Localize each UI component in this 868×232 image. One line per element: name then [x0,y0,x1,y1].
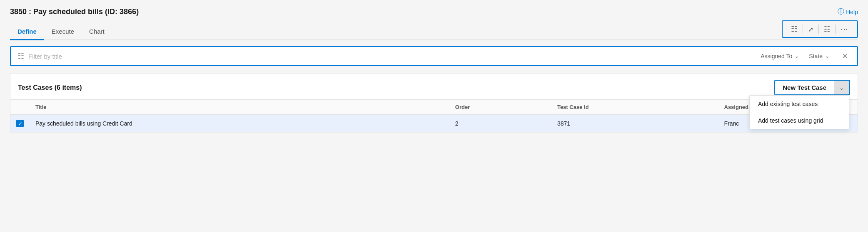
state-chevron-icon: ⌄ [825,53,829,59]
more-options-button[interactable]: ⋯ [836,23,853,35]
help-circle-icon: ⓘ [838,7,844,16]
more-icon: ⋯ [841,25,849,34]
new-test-case-button[interactable]: New Test Case [775,81,834,94]
test-cases-header: Test Cases (6 items) New Test Case ⌄ Add… [10,74,858,100]
tab-chart[interactable]: Chart [82,25,112,40]
row-checkbox-cell[interactable]: ✓ [10,115,30,133]
expand-button[interactable]: ➚ [804,24,818,35]
assigned-to-label: Assigned To [761,53,792,59]
table-row[interactable]: ✓ Pay scheduled bills using Credit Card … [10,115,858,133]
grid-view-button[interactable]: ☷ [787,23,802,35]
close-icon: ✕ [842,52,848,60]
assigned-to-dropdown[interactable]: Assigned To ⌄ [757,51,802,61]
filter-bar-icon: ☷ [17,52,24,61]
toolbar-separator-3 [835,25,836,34]
new-test-case-chevron-icon: ⌄ [839,84,844,91]
toolbar-separator-2 [818,25,819,34]
add-existing-test-cases-item[interactable]: Add existing test cases [750,96,849,112]
tab-execute[interactable]: Execute [44,25,82,40]
header-order: Order [449,100,551,115]
tab-bar: Define Execute Chart ☷ ➚ ☷ ⋯ [10,20,858,40]
assigned-to-chevron-icon: ⌄ [795,53,799,59]
toolbar-icons: ☷ ➚ ☷ ⋯ [782,20,858,38]
row-test-case-id: 3871 [551,115,718,133]
header-test-case-id: Test Case Id [551,100,718,115]
header-row: 3850 : Pay scheduled bills (ID: 3866) ⓘ … [10,7,858,16]
row-order: 2 [449,115,551,133]
filter-bar: ☷ Filter by title Assigned To ⌄ State ⌄ … [10,46,858,66]
row-checkbox-checked-icon: ✓ [16,120,24,127]
new-test-case-group: New Test Case ⌄ Add existing test cases … [774,80,850,95]
test-cases-title: Test Cases (6 items) [18,84,82,91]
page-title: 3850 : Pay scheduled bills (ID: 3866) [10,7,139,16]
filter-clear-button[interactable]: ✕ [839,51,851,62]
new-test-case-chevron-button[interactable]: ⌄ [834,81,849,94]
toolbar-separator-1 [803,25,803,34]
expand-icon: ➚ [808,25,813,33]
tab-define[interactable]: Define [10,25,44,40]
row-title: Pay scheduled bills using Credit Card [30,115,449,133]
filter-button[interactable]: ☷ [820,23,834,35]
help-link[interactable]: ⓘ Help [838,7,858,16]
table-header-row: Title Order Test Case Id Assigned [10,100,858,115]
test-cases-section: Test Cases (6 items) New Test Case ⌄ Add… [10,74,858,133]
filter-dropdowns: Assigned To ⌄ State ⌄ ✕ [757,51,851,62]
filter-icon: ☷ [824,25,830,34]
page-container: 3850 : Pay scheduled bills (ID: 3866) ⓘ … [0,0,868,232]
help-label: Help [846,9,858,15]
new-test-case-dropdown: Add existing test cases Add test cases u… [749,95,849,129]
grid-icon: ☷ [791,25,798,34]
test-cases-table: Title Order Test Case Id Assigned [10,100,858,133]
header-title: Title [30,100,449,115]
table-body: ✓ Pay scheduled bills using Credit Card … [10,115,858,133]
filter-input[interactable]: Filter by title [28,53,757,60]
state-label: State [809,53,823,59]
state-dropdown[interactable]: State ⌄ [806,51,833,61]
add-test-cases-grid-item[interactable]: Add test cases using grid [750,112,849,129]
table-header: Title Order Test Case Id Assigned [10,100,858,115]
header-checkbox-cell [10,100,30,115]
